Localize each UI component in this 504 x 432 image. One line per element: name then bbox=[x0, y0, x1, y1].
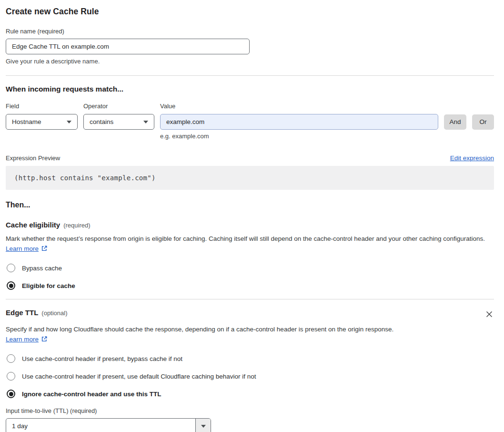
edge-ttl-header: Edge TTL (optional) bbox=[6, 309, 494, 320]
expression-preview-row: Expression Preview Edit expression bbox=[6, 154, 494, 162]
learn-more-link[interactable]: Learn more bbox=[6, 245, 39, 252]
close-button[interactable] bbox=[484, 309, 494, 320]
ttl-dropdown-button[interactable] bbox=[195, 419, 211, 432]
match-heading: When incoming requests match... bbox=[6, 85, 494, 93]
value-label: Value bbox=[160, 103, 438, 110]
operator-select[interactable]: contains bbox=[83, 114, 154, 130]
radio-icon[interactable] bbox=[7, 281, 15, 290]
value-input[interactable] bbox=[160, 114, 438, 130]
radio-icon[interactable] bbox=[7, 390, 15, 398]
chevron-down-icon bbox=[143, 121, 148, 123]
rule-name-label: Rule name (required) bbox=[6, 28, 494, 35]
radio-icon[interactable] bbox=[7, 354, 15, 363]
edge-ttl-options: Use cache-control header if present, byp… bbox=[6, 354, 494, 398]
operator-label: Operator bbox=[83, 103, 154, 110]
cache-eligibility-header: Cache eligibility (required) bbox=[6, 221, 494, 229]
radio-label: Use cache-control header if present, byp… bbox=[22, 355, 182, 362]
external-link-icon bbox=[41, 336, 48, 342]
match-row: Field Operator Value Hostname contains A… bbox=[6, 103, 494, 140]
learn-more-link[interactable]: Learn more bbox=[6, 336, 39, 343]
radio-icon[interactable] bbox=[7, 264, 15, 272]
radio-option-use-header-bypass[interactable]: Use cache-control header if present, byp… bbox=[6, 354, 494, 363]
section-divider bbox=[6, 299, 494, 299]
radio-label: Eligible for cache bbox=[22, 282, 75, 289]
radio-option-bypass-cache[interactable]: Bypass cache bbox=[6, 264, 494, 272]
close-icon bbox=[485, 310, 493, 318]
radio-label: Use cache-control header if present, use… bbox=[22, 373, 256, 380]
ttl-label: Input time-to-live (TTL) (required) bbox=[6, 407, 494, 414]
field-select[interactable]: Hostname bbox=[6, 114, 78, 130]
operator-select-value: contains bbox=[90, 118, 113, 125]
ttl-select[interactable]: 1 day bbox=[6, 418, 211, 432]
edit-expression-link[interactable]: Edit expression bbox=[450, 154, 494, 162]
field-select-value: Hostname bbox=[12, 118, 41, 125]
radio-icon[interactable] bbox=[7, 372, 15, 381]
and-button[interactable]: And bbox=[444, 114, 466, 130]
create-cache-rule-form: Create new Cache Rule Rule name (require… bbox=[0, 0, 504, 432]
expression-preview-label: Expression Preview bbox=[6, 154, 60, 162]
field-label: Field bbox=[6, 103, 78, 110]
or-button[interactable]: Or bbox=[472, 114, 494, 130]
ttl-select-value: 1 day bbox=[6, 419, 195, 432]
radio-option-ignore-header-ttl[interactable]: Ignore cache-control header and use this… bbox=[6, 390, 494, 398]
edge-ttl-description: Specify if and how long Cloudflare shoul… bbox=[6, 324, 402, 344]
section-divider bbox=[6, 75, 494, 76]
cache-eligibility-heading: Cache eligibility bbox=[6, 221, 60, 229]
radio-option-use-header-default[interactable]: Use cache-control header if present, use… bbox=[6, 372, 494, 381]
page-title: Create new Cache Rule bbox=[6, 7, 494, 17]
rule-name-help: Give your rule a descriptive name. bbox=[6, 58, 494, 65]
cache-eligibility-description: Mark whether the request’s response from… bbox=[6, 234, 487, 254]
edge-ttl-heading: Edge TTL bbox=[6, 309, 38, 317]
external-link-icon bbox=[41, 245, 48, 252]
cache-eligibility-options: Bypass cache Eligible for cache bbox=[6, 264, 494, 290]
radio-option-eligible-for-cache[interactable]: Eligible for cache bbox=[6, 281, 494, 290]
value-help: e.g. example.com bbox=[160, 133, 438, 140]
radio-label: Ignore cache-control header and use this… bbox=[22, 391, 161, 398]
chevron-down-icon bbox=[67, 121, 71, 123]
rule-name-input[interactable] bbox=[6, 39, 250, 54]
radio-label: Bypass cache bbox=[22, 265, 62, 272]
required-badge: (required) bbox=[63, 222, 90, 229]
expression-code: (http.host contains "example.com") bbox=[6, 166, 494, 190]
optional-badge: (optional) bbox=[41, 309, 67, 317]
chevron-down-icon bbox=[201, 425, 206, 428]
then-heading: Then... bbox=[6, 201, 494, 209]
